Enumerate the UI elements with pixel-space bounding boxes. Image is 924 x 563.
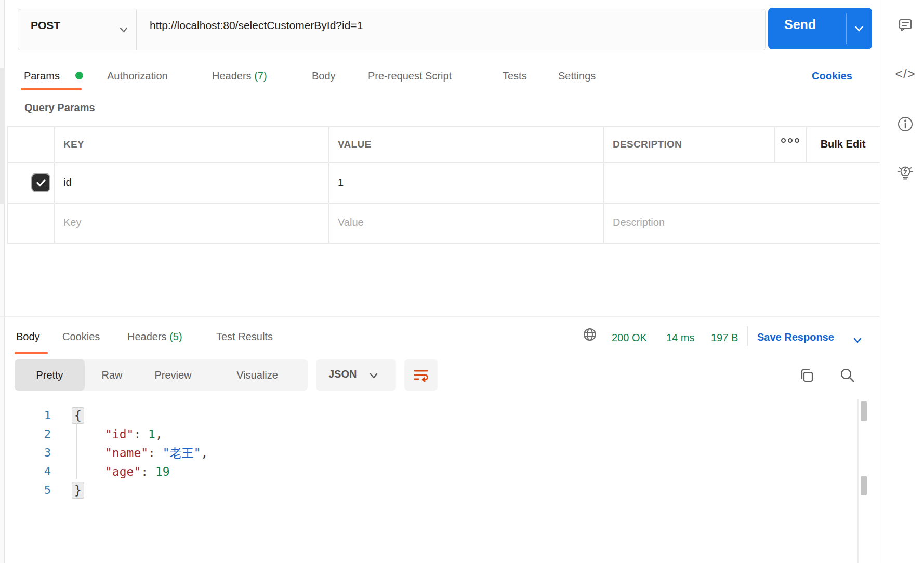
view-tab-raw[interactable]: Raw [85, 359, 139, 391]
status-size[interactable]: 197 B [711, 332, 738, 344]
json-number-value: 1 [148, 427, 155, 441]
view-tab-raw-label: Raw [101, 369, 122, 381]
tab-authorization[interactable]: Authorization [107, 70, 168, 82]
line-number: 5 [30, 481, 51, 500]
comment-icon[interactable] [890, 15, 921, 35]
line-number: 4 [30, 462, 51, 481]
response-tab-headers-label: Headers [127, 331, 167, 342]
save-response-chevron-icon[interactable] [851, 336, 864, 346]
json-key: "age" [105, 465, 141, 478]
param-description-placeholder[interactable]: Description [613, 217, 665, 229]
code-icon[interactable]: </> [890, 63, 921, 84]
chevron-down-icon [367, 370, 380, 382]
active-tab-underline [21, 88, 82, 90]
table-col-divider [774, 126, 775, 162]
info-icon[interactable] [890, 114, 921, 135]
dot [781, 138, 786, 143]
column-header-value: VALUE [338, 139, 371, 150]
param-value-placeholder[interactable]: Value [338, 217, 364, 229]
column-header-key: KEY [63, 139, 84, 150]
view-tab-pretty[interactable]: Pretty [15, 359, 85, 391]
view-tab-visualize-label: Visualize [236, 369, 278, 381]
param-key-placeholder[interactable]: Key [63, 217, 81, 229]
globe-icon[interactable] [583, 327, 597, 342]
scrollbar-thumb[interactable] [861, 476, 867, 495]
postman-request-window: POST http://localhost:80/selectCustomerB… [0, 0, 924, 563]
tab-params[interactable]: Params [24, 70, 60, 82]
url-input[interactable]: http://localhost:80/selectCustomerById?i… [137, 9, 766, 50]
lightbulb-icon[interactable] [890, 162, 921, 183]
json-string-value: "老王" [163, 446, 201, 460]
line-number: 3 [30, 444, 51, 462]
json-key: "id" [105, 427, 134, 441]
bulk-edit-button[interactable]: Bulk Edit [806, 138, 880, 150]
response-tab-headers[interactable]: Headers (5) [127, 331, 182, 343]
line-number: 1 [30, 406, 51, 425]
code-line-3[interactable]: "name": "老王", [105, 444, 208, 462]
code-line-4[interactable]: "age": 19 [105, 462, 170, 481]
json-comma: , [155, 427, 163, 441]
tab-tests[interactable]: Tests [503, 70, 527, 82]
save-response-button[interactable]: Save Response [757, 331, 834, 343]
send-button[interactable]: Send [768, 8, 872, 49]
fold-marker-close[interactable]: } [72, 482, 84, 499]
table-row-border [7, 243, 880, 244]
query-params-title: Query Params [24, 102, 95, 114]
response-active-tab-underline [15, 352, 48, 354]
fold-marker-open[interactable]: { [72, 407, 84, 424]
json-number-value: 19 [155, 465, 170, 478]
scrollbar-thumb[interactable] [861, 401, 867, 421]
response-tab-body[interactable]: Body [16, 331, 40, 343]
view-tab-pretty-label: Pretty [36, 369, 63, 381]
method-select[interactable]: POST [18, 9, 137, 50]
indent-guide [76, 423, 77, 479]
dot [788, 138, 793, 143]
json-key: "name" [105, 446, 148, 460]
param-key-cell[interactable]: id [63, 177, 72, 189]
dot [795, 138, 799, 143]
tab-prerequest-script[interactable]: Pre-request Script [368, 70, 452, 82]
url-text: http://localhost:80/selectCustomerById?i… [150, 19, 363, 32]
status-time[interactable]: 14 ms [666, 332, 694, 344]
code-area-border [857, 399, 859, 563]
copy-icon[interactable] [798, 367, 815, 384]
cookies-link[interactable]: Cookies [812, 70, 852, 82]
tab-body[interactable]: Body [312, 70, 336, 82]
json-colon: : [141, 465, 155, 478]
json-colon: : [148, 446, 163, 460]
send-split-divider [846, 13, 847, 44]
params-more-options-icon[interactable] [774, 138, 806, 143]
param-value-cell[interactable]: 1 [338, 177, 344, 189]
method-label: POST [31, 19, 60, 32]
send-button-label: Send [784, 17, 816, 32]
param-row-checkbox[interactable] [31, 173, 50, 192]
view-tab-preview-label: Preview [154, 369, 191, 381]
status-code[interactable]: 200 OK [612, 332, 647, 344]
send-options-chevron-icon[interactable] [850, 22, 868, 36]
code-line-1[interactable]: { [72, 406, 84, 425]
tab-headers[interactable]: Headers (7) [212, 70, 267, 82]
view-tab-visualize[interactable]: Visualize [207, 359, 308, 391]
view-tab-preview[interactable]: Preview [139, 359, 207, 391]
table-col-divider [54, 126, 55, 243]
left-edge-scroll-segment [0, 68, 5, 204]
table-col-divider [603, 126, 604, 243]
chevron-down-icon [117, 23, 130, 36]
response-tab-cookies[interactable]: Cookies [62, 331, 100, 343]
wrap-lines-button[interactable] [404, 359, 438, 391]
code-line-5[interactable]: } [72, 481, 84, 500]
format-select[interactable]: JSON [316, 359, 396, 391]
tab-headers-label: Headers [212, 70, 252, 82]
table-border-left [7, 126, 8, 243]
tab-settings[interactable]: Settings [558, 70, 596, 82]
params-active-dot [75, 72, 83, 79]
tab-headers-count: (7) [254, 70, 267, 82]
code-line-2[interactable]: "id": 1, [105, 425, 163, 444]
column-header-description: DESCRIPTION [613, 139, 682, 150]
search-icon[interactable] [838, 367, 856, 384]
response-tab-test-results[interactable]: Test Results [216, 331, 273, 343]
status-divider [747, 326, 748, 346]
json-colon: : [134, 427, 148, 441]
format-select-label: JSON [328, 368, 357, 380]
table-row-border [7, 203, 880, 204]
